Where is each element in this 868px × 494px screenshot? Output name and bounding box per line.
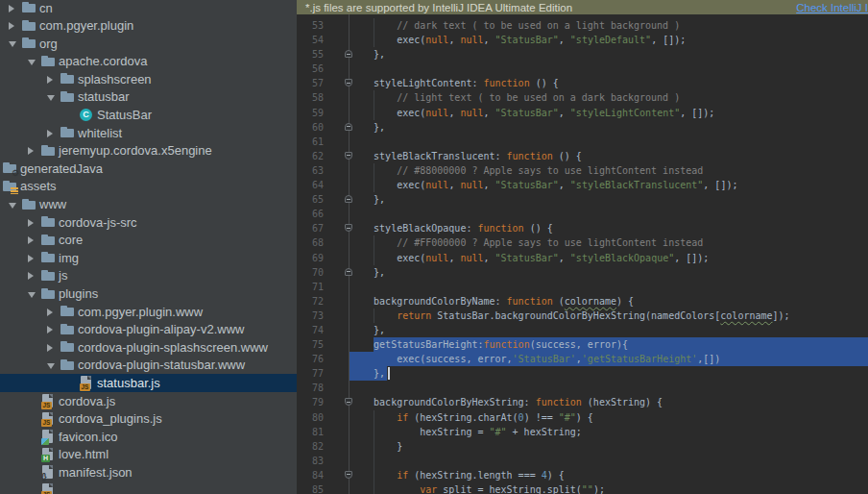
code-line-65[interactable]: 65 },	[297, 192, 868, 207]
line-number[interactable]: 58	[302, 90, 324, 105]
line-number[interactable]: 59	[302, 106, 324, 120]
code-line-77[interactable]: 77 },	[297, 366, 868, 381]
tree-expanded-arrow-icon[interactable]	[47, 363, 55, 369]
tree-row-statusbar[interactable]: CStatusBar	[0, 107, 297, 125]
code-line-55[interactable]: 55 },	[297, 47, 868, 62]
line-number[interactable]: 57	[302, 76, 324, 90]
tree-row-plugins[interactable]: plugins	[0, 285, 297, 304]
line-number[interactable]: 68	[302, 235, 324, 250]
line-number[interactable]: 82	[302, 439, 324, 454]
code-line-85[interactable]: 85 var split = hexString.split("");	[297, 482, 868, 494]
tree-collapsed-arrow-icon[interactable]	[47, 130, 53, 137]
code-line-61[interactable]: 61	[297, 135, 868, 149]
tree-row-cordova-plugin-splashscreen-www[interactable]: cordova-plugin-splashscreen.www	[0, 338, 297, 357]
fold-open-marker-icon[interactable]	[345, 152, 352, 160]
code-line-56[interactable]: 56	[297, 62, 868, 76]
tree-row-statusbar[interactable]: statusbar	[0, 88, 297, 107]
line-number[interactable]: 77	[302, 366, 324, 381]
fold-close-marker-icon[interactable]	[345, 268, 352, 276]
tree-expanded-arrow-icon[interactable]	[28, 60, 36, 65]
code-line-81[interactable]: 81 hexString = "#" + hexString;	[297, 425, 868, 439]
code-line-53[interactable]: 53 // dark text ( to be used on a light …	[297, 18, 868, 33]
code-line-68[interactable]: 68 // #FF000000 ? Apple says to use ligh…	[297, 235, 868, 250]
line-number[interactable]: 76	[302, 352, 324, 366]
tree-collapsed-arrow-icon[interactable]	[9, 22, 14, 30]
line-number[interactable]: 54	[302, 33, 324, 47]
code-line-71[interactable]: 71	[297, 280, 868, 294]
tree-row-cn[interactable]: cn	[0, 0, 297, 17]
code-line-54[interactable]: 54 exec(null, null, "StatusBar", "styleD…	[297, 33, 868, 47]
line-number[interactable]: 70	[302, 265, 324, 280]
code-line-62[interactable]: 62 styleBlackTranslucent: function () {	[297, 149, 868, 163]
code-line-72[interactable]: 72 backgroundColorByName: function (colo…	[297, 294, 868, 309]
tree-expanded-arrow-icon[interactable]	[9, 203, 16, 209]
code-line-79[interactable]: 79 backgroundColorByHexString: function …	[297, 395, 868, 409]
line-number[interactable]: 78	[302, 381, 324, 395]
tree-row-com-pgyer-plugin[interactable]: com.pgyer.plugin	[0, 17, 297, 36]
code-line-57[interactable]: 57 styleLightContent: function () {	[297, 76, 868, 90]
line-number[interactable]: 60	[302, 120, 324, 135]
tree-row-www[interactable]: www	[0, 196, 297, 214]
line-number[interactable]: 62	[302, 149, 324, 163]
line-number[interactable]: 53	[302, 18, 324, 33]
code-line-67[interactable]: 67 styleBlackOpaque: function () {	[297, 221, 868, 235]
code-line-75[interactable]: 75 getStatusBarHeight:function(success, …	[297, 337, 868, 352]
tree-row-img[interactable]: img	[0, 249, 297, 267]
tree-row-cordova-js[interactable]: JScordova.js	[0, 392, 297, 410]
tree-row-manifest-json[interactable]: {}manifest.json	[0, 463, 297, 482]
tree-collapsed-arrow-icon[interactable]	[28, 236, 34, 244]
code-line-73[interactable]: 73 return StatusBar.backgroundColorByHex…	[297, 309, 868, 323]
code-line-78[interactable]: 78	[297, 381, 868, 395]
line-number[interactable]: 64	[302, 178, 324, 192]
tree-row-cordova-plugin-statusbar-www[interactable]: cordova-plugin-statusbar.www	[0, 357, 297, 375]
line-number[interactable]: 65	[302, 192, 324, 207]
tree-collapsed-arrow-icon[interactable]	[47, 344, 53, 352]
fold-close-marker-icon[interactable]	[345, 195, 352, 203]
tree-row-cordova-js-src[interactable]: cordova-js-src	[0, 213, 297, 232]
code-line-82[interactable]: 82 }	[297, 439, 868, 454]
tree-row-splashscreen[interactable]: splashscreen	[0, 70, 297, 88]
tree-expanded-arrow-icon[interactable]	[28, 292, 36, 298]
code-line-64[interactable]: 64 exec(null, null, "StatusBar", "styleB…	[297, 178, 868, 192]
tree-row-jeremyup-cordova-x5engine[interactable]: jeremyup.cordova.x5engine	[0, 142, 297, 161]
tree-row-cordova-plugins-js[interactable]: JScordova_plugins.js	[0, 410, 297, 429]
line-number[interactable]: 55	[302, 47, 324, 62]
tree-expanded-arrow-icon[interactable]	[47, 95, 55, 101]
code-editor[interactable]: 53 // dark text ( to be used on a light …	[297, 14, 868, 494]
code-line-76[interactable]: 76 exec(success, error,'StatusBar','getS…	[297, 352, 868, 366]
line-number[interactable]: 73	[302, 309, 324, 323]
tree-row-core[interactable]: core	[0, 232, 297, 250]
fold-open-marker-icon[interactable]	[345, 79, 352, 86]
fold-close-marker-icon[interactable]	[345, 50, 352, 58]
line-number[interactable]: 69	[302, 251, 324, 265]
line-number[interactable]: 80	[302, 410, 324, 425]
tree-row-cordova-plugin-alipay-v2-www[interactable]: cordova-plugin-alipay-v2.www	[0, 321, 297, 339]
line-number[interactable]: 66	[302, 207, 324, 221]
tree-collapsed-arrow-icon[interactable]	[28, 255, 34, 262]
code-line-66[interactable]: 66	[297, 207, 868, 221]
line-number[interactable]: 85	[302, 482, 324, 494]
tree-collapsed-arrow-icon[interactable]	[28, 219, 34, 227]
tree-row-org[interactable]: org	[0, 35, 297, 53]
tree-collapsed-arrow-icon[interactable]	[47, 76, 53, 84]
fold-open-marker-icon[interactable]	[345, 471, 352, 479]
tree-row-com-pgyer-plugin-www[interactable]: com.pgyer.plugin.www	[0, 303, 297, 321]
code-line-83[interactable]: 83	[297, 454, 868, 468]
tree-row-js[interactable]: js	[0, 267, 297, 285]
fold-close-marker-icon[interactable]	[345, 123, 352, 131]
tree-row-generatedjava[interactable]: ⚙generatedJava	[0, 160, 297, 178]
line-number[interactable]: 67	[302, 221, 324, 235]
line-number[interactable]: 84	[302, 468, 324, 482]
code-line-60[interactable]: 60 },	[297, 120, 868, 135]
line-number[interactable]: 74	[302, 323, 324, 337]
code-line-63[interactable]: 63 // #88000000 ? Apple says to use ligh…	[297, 163, 868, 178]
line-number[interactable]: 75	[302, 337, 324, 352]
tree-collapsed-arrow-icon[interactable]	[47, 326, 53, 333]
code-line-58[interactable]: 58 // light text ( to be used on a dark …	[297, 90, 868, 105]
line-number[interactable]: 72	[302, 294, 324, 309]
tree-collapsed-arrow-icon[interactable]	[28, 272, 34, 280]
line-number[interactable]: 79	[302, 395, 324, 409]
tree-row-love-html[interactable]: Hlove.html	[0, 446, 297, 464]
line-number[interactable]: 81	[302, 425, 324, 439]
code-line-70[interactable]: 70 },	[297, 265, 868, 280]
